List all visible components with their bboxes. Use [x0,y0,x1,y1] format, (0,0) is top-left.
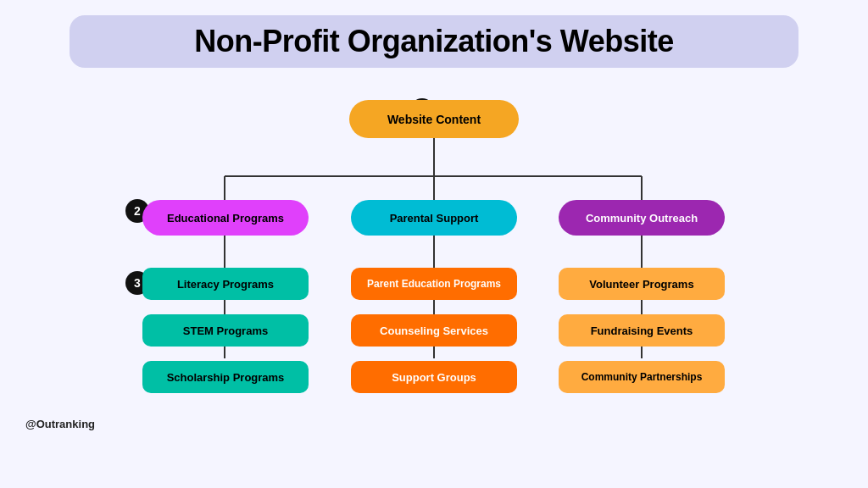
node-community: Community Outreach [559,200,725,236]
title-container: Non-Profit Organization's Website [70,15,798,68]
diagram-area: 1 Website Content 2 Educational Programs… [0,75,868,439]
node-literacy: Literacy Programs [142,268,309,300]
node-support: Support Groups [351,361,517,393]
footer-credit: @Outranking [25,418,95,430]
node-scholarship: Scholarship Programs [142,361,309,393]
node-volunteer: Volunteer Programs [559,268,725,300]
page-title: Non-Profit Organization's Website [194,24,673,58]
node-partnerships: Community Partnerships [559,361,725,393]
node-educational: Educational Programs [142,200,309,236]
node-counseling: Counseling Services [351,314,517,347]
node-fundraising: Fundraising Events [559,314,725,347]
node-parental: Parental Support [351,200,517,236]
node-stem: STEM Programs [142,314,309,347]
node-root: Website Content [349,100,519,138]
node-parent-ed: Parent Education Programs [351,268,517,300]
